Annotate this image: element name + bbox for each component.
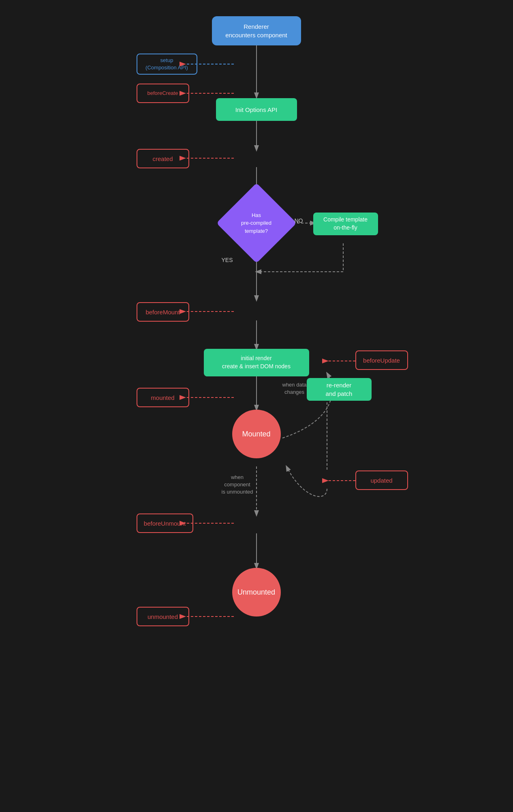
unmounted-label-box: unmounted — [137, 607, 189, 626]
before-create-box: beforeCreate — [137, 84, 189, 103]
created-box: created — [137, 149, 189, 168]
renderer-box: Renderer encounters component — [212, 16, 301, 45]
updated-box: updated — [355, 470, 408, 490]
lifecycle-diagram: Renderer encounters component setup (Com… — [128, 8, 385, 803]
no-label: NO — [295, 217, 303, 225]
unmounted-circle: Unmounted — [232, 568, 281, 617]
before-update-box: beforeUpdate — [355, 350, 408, 370]
mounted-label-box: mounted — [137, 388, 189, 407]
rerender-box: re-render and patch — [307, 378, 372, 401]
before-unmount-box: beforeUnmount — [137, 513, 193, 533]
yes-label: YES — [222, 256, 233, 264]
initial-render-box: initial render create & insert DOM nodes — [204, 349, 309, 376]
when-data-changes-label: when data changes — [282, 381, 307, 396]
init-options-box: Init Options API — [216, 98, 297, 121]
has-template-text: Has pre-compiled template? — [241, 211, 271, 235]
before-mount-box: beforeMount — [137, 302, 189, 322]
mounted-circle: Mounted — [232, 410, 281, 458]
diamond-container: Has pre-compiled template? — [216, 195, 297, 251]
compile-template-box: Compile template on-the-fly — [313, 213, 378, 235]
setup-box: setup (Composition API) — [137, 54, 197, 75]
when-unmounted-label: when component is unmounted — [222, 474, 253, 496]
